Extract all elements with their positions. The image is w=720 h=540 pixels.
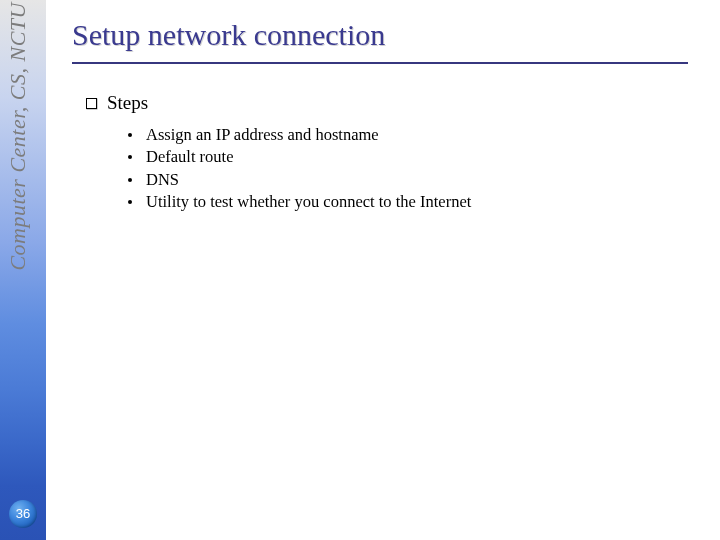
dot-bullet-icon — [128, 155, 132, 159]
list-item: Utility to test whether you connect to t… — [128, 191, 712, 213]
dot-bullet-icon — [128, 133, 132, 137]
list-item-text: Assign an IP address and hostname — [146, 124, 379, 146]
list-item: DNS — [128, 169, 712, 191]
steps-list: Assign an IP address and hostname Defaul… — [128, 124, 712, 213]
steps-heading-text: Steps — [107, 92, 148, 114]
dot-bullet-icon — [128, 178, 132, 182]
dot-bullet-icon — [128, 200, 132, 204]
list-item-text: Default route — [146, 146, 234, 168]
square-bullet-icon — [86, 98, 97, 109]
list-item: Assign an IP address and hostname — [128, 124, 712, 146]
steps-section: Steps Assign an IP address and hostname … — [86, 92, 712, 213]
organization-label: Computer Center, CS, NCTU — [5, 2, 31, 271]
slide-content: Setup network connection Steps Assign an… — [72, 18, 712, 213]
title-underline — [72, 62, 688, 64]
sidebar-gradient: Computer Center, CS, NCTU 36 — [0, 0, 46, 540]
slide-title: Setup network connection — [72, 18, 712, 58]
list-item-text: DNS — [146, 169, 179, 191]
list-item-text: Utility to test whether you connect to t… — [146, 191, 471, 213]
list-item: Default route — [128, 146, 712, 168]
steps-heading: Steps — [86, 92, 712, 114]
page-number-badge: 36 — [9, 500, 37, 528]
